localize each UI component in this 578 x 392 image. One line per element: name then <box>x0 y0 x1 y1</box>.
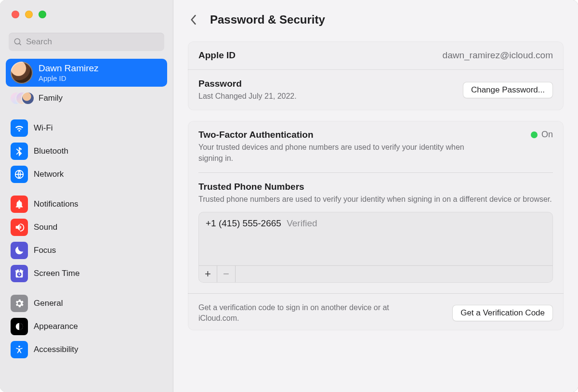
minimize-window-button[interactable] <box>25 11 33 18</box>
bluetooth-icon <box>11 143 28 160</box>
close-window-button[interactable] <box>12 11 19 18</box>
accessibility-icon <box>11 341 28 358</box>
password-row: Password Last Changed July 21, 2022. Cha… <box>188 69 564 110</box>
get-verification-code-button[interactable]: Get a Verification Code <box>452 305 553 321</box>
twofa-status-label: On <box>541 130 553 140</box>
sidebar-item-label: Family <box>39 93 63 103</box>
sidebar-item-label: Appearance <box>34 322 78 331</box>
sidebar-item-notifications[interactable]: Notifications <box>6 193 167 216</box>
sidebar-item-family[interactable]: Family <box>6 87 167 110</box>
wifi-icon <box>11 119 28 137</box>
trusted-numbers-section: Trusted Phone Numbers Trusted phone numb… <box>188 173 564 293</box>
sidebar-item-accessibility[interactable]: Accessibility <box>6 338 167 361</box>
apple-id-label: Apple ID <box>198 50 236 61</box>
search-icon <box>13 38 22 46</box>
twofa-sub: Your trusted devices and phone numbers a… <box>198 142 468 164</box>
back-button[interactable] <box>185 12 201 28</box>
twofa-label: Two-Factor Authentication <box>198 130 468 140</box>
trusted-sub: Trusted phone numbers are used to verify… <box>198 194 553 205</box>
sidebar-item-label: Notifications <box>34 199 79 209</box>
search-field[interactable] <box>9 33 164 51</box>
main-header: Password & Security <box>173 0 578 33</box>
trusted-label: Trusted Phone Numbers <box>198 182 553 192</box>
sidebar-item-general[interactable]: General <box>6 292 167 315</box>
apple-id-value: dawn_ramirez@icloud.com <box>443 50 553 61</box>
trusted-number-status: Verified <box>287 218 317 228</box>
change-password-button[interactable]: Change Password... <box>463 82 553 98</box>
sidebar-item-wifi[interactable]: Wi-Fi <box>6 117 167 140</box>
trusted-number-row[interactable]: +1 (415) 555-2665 Verified <box>199 212 552 235</box>
svg-point-2 <box>18 346 20 348</box>
main-pane: Password & Security Apple ID dawn_ramire… <box>173 0 578 392</box>
sidebar-item-label: Sound <box>34 222 57 232</box>
add-number-button[interactable]: + <box>199 266 217 282</box>
account-subtitle: Apple ID <box>39 74 99 83</box>
sidebar-item-appearance[interactable]: Appearance <box>6 315 167 338</box>
gear-icon <box>11 295 28 312</box>
page-title: Password & Security <box>210 13 325 26</box>
sidebar-item-label: Accessibility <box>34 345 79 354</box>
window-controls <box>0 0 173 18</box>
twofa-row: Two-Factor Authentication Your trusted d… <box>188 121 564 172</box>
sidebar-item-label: Focus <box>34 246 56 255</box>
sidebar: Dawn Ramirez Apple ID Family Wi-Fi <box>0 0 173 392</box>
focus-icon <box>11 242 28 259</box>
sidebar-item-focus[interactable]: Focus <box>6 239 167 262</box>
sidebar-item-label: Bluetooth <box>34 146 68 156</box>
plus-icon: + <box>205 268 211 280</box>
zoom-window-button[interactable] <box>39 11 46 18</box>
avatar <box>11 62 33 84</box>
sidebar-item-sound[interactable]: Sound <box>6 216 167 239</box>
settings-window: Dawn Ramirez Apple ID Family Wi-Fi <box>0 0 578 392</box>
verification-sub: Get a verification code to sign in on an… <box>198 302 430 324</box>
minus-icon: − <box>223 268 229 280</box>
sidebar-item-label: Screen Time <box>34 269 79 278</box>
appearance-icon <box>11 318 28 335</box>
network-icon <box>11 166 28 183</box>
family-icon <box>11 90 33 107</box>
sidebar-nav: Dawn Ramirez Apple ID Family Wi-Fi <box>0 56 173 361</box>
sidebar-item-screen-time[interactable]: Screen Time <box>6 262 167 285</box>
trusted-numbers-toolbar: + − <box>199 265 552 282</box>
notifications-icon <box>11 196 28 213</box>
trusted-numbers-list[interactable]: +1 (415) 555-2665 Verified + − <box>198 212 553 283</box>
twofa-status: On <box>531 130 553 140</box>
sidebar-item-apple-id[interactable]: Dawn Ramirez Apple ID <box>6 59 167 87</box>
sidebar-item-bluetooth[interactable]: Bluetooth <box>6 140 167 163</box>
apple-id-row: Apple ID dawn_ramirez@icloud.com <box>188 41 564 69</box>
trusted-number-value: +1 (415) 555-2665 <box>206 218 281 228</box>
account-name: Dawn Ramirez <box>39 63 99 74</box>
password-sub: Last Changed July 21, 2022. <box>198 91 297 102</box>
sidebar-item-label: Wi-Fi <box>34 123 53 133</box>
sidebar-item-label: Network <box>34 170 64 179</box>
password-label: Password <box>198 78 297 89</box>
screen-time-icon <box>11 265 28 282</box>
apple-id-card: Apple ID dawn_ramirez@icloud.com Passwor… <box>188 41 564 110</box>
search-input[interactable] <box>26 37 159 47</box>
sidebar-item-network[interactable]: Network <box>6 163 167 186</box>
sound-icon <box>11 219 28 236</box>
security-card: Two-Factor Authentication Your trusted d… <box>188 121 564 330</box>
verification-row: Get a verification code to sign in on an… <box>188 293 564 331</box>
sidebar-item-label: General <box>34 299 63 308</box>
chevron-left-icon <box>190 14 197 25</box>
status-dot-icon <box>531 131 538 138</box>
remove-number-button[interactable]: − <box>217 266 236 282</box>
